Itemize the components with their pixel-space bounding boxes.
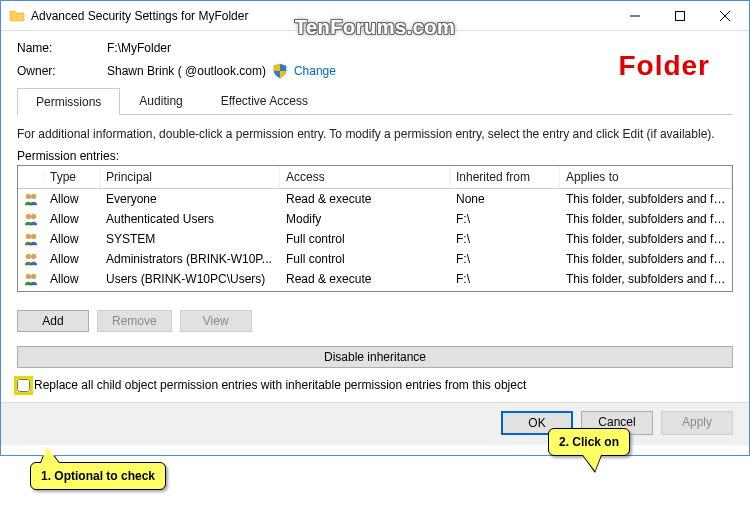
cell-type: Allow [44, 269, 100, 289]
group-icon [18, 189, 44, 209]
svg-point-11 [31, 254, 36, 259]
cell-access: Full control [280, 229, 450, 249]
remove-button: Remove [97, 310, 172, 332]
window: Advanced Security Settings for MyFolder … [0, 0, 750, 456]
cell-access: Full control [280, 249, 450, 269]
col-principal[interactable]: Principal [100, 166, 280, 188]
cell-inherited: F:\ [450, 229, 560, 249]
cell-inherited: None [450, 189, 560, 209]
cell-access: Read & execute [280, 189, 450, 209]
titlebar: Advanced Security Settings for MyFolder [1, 1, 749, 31]
table-row[interactable]: AllowUsers (BRINK-W10PC\Users)Read & exe… [18, 269, 732, 289]
maximize-button[interactable] [657, 1, 702, 30]
name-label: Name: [17, 41, 107, 55]
group-icon [18, 229, 44, 249]
cell-applies: This folder, subfolders and files [560, 249, 732, 269]
cell-inherited: F:\ [450, 269, 560, 289]
cell-applies: This folder, subfolders and files [560, 269, 732, 289]
group-icon [18, 249, 44, 269]
name-value: F:\MyFolder [107, 41, 171, 55]
cell-type: Allow [44, 209, 100, 229]
cell-applies: This folder, subfolders and files [560, 229, 732, 249]
col-access[interactable]: Access [280, 166, 450, 188]
cell-access: Modify [280, 209, 450, 229]
add-button[interactable]: Add [17, 310, 89, 332]
cell-type: Allow [44, 229, 100, 249]
window-title: Advanced Security Settings for MyFolder [31, 9, 612, 23]
tabstrip: Permissions Auditing Effective Access [17, 87, 733, 115]
close-button[interactable] [702, 1, 747, 30]
permission-entries-label: Permission entries: [17, 149, 733, 163]
group-icon [18, 269, 44, 289]
table-row[interactable]: AllowSYSTEMFull controlF:\This folder, s… [18, 229, 732, 249]
svg-rect-1 [675, 11, 684, 20]
minimize-button[interactable] [612, 1, 657, 30]
permission-grid: Type Principal Access Inherited from App… [17, 165, 733, 292]
cell-type: Allow [44, 189, 100, 209]
info-text: For additional information, double-click… [17, 127, 733, 141]
col-inherited[interactable]: Inherited from [450, 166, 560, 188]
table-row[interactable]: AllowAuthenticated UsersModifyF:\This fo… [18, 209, 732, 229]
change-owner-link[interactable]: Change [294, 64, 336, 78]
apply-button: Apply [661, 411, 733, 435]
group-icon [18, 209, 44, 229]
cell-principal: Authenticated Users [100, 209, 280, 229]
svg-point-13 [31, 274, 36, 279]
svg-point-12 [26, 274, 31, 279]
cell-inherited: F:\ [450, 249, 560, 269]
svg-point-5 [31, 194, 36, 199]
disable-inheritance-button[interactable]: Disable inheritance [17, 346, 733, 368]
svg-point-4 [26, 194, 31, 199]
folder-icon [9, 8, 25, 24]
svg-point-10 [26, 254, 31, 259]
table-row[interactable]: AllowAdministrators (BRINK-W10P...Full c… [18, 249, 732, 269]
replace-children-label: Replace all child object permission entr… [34, 378, 526, 392]
cell-applies: This folder, subfolders and files [560, 209, 732, 229]
cell-principal: Users (BRINK-W10PC\Users) [100, 269, 280, 289]
cell-type: Allow [44, 249, 100, 269]
tab-auditing[interactable]: Auditing [120, 87, 201, 114]
owner-label: Owner: [17, 64, 107, 78]
cell-principal: Everyone [100, 189, 280, 209]
shield-icon [272, 63, 288, 79]
tab-permissions[interactable]: Permissions [17, 88, 120, 115]
cell-principal: SYSTEM [100, 229, 280, 249]
cell-principal: Administrators (BRINK-W10P... [100, 249, 280, 269]
svg-point-7 [31, 214, 36, 219]
col-applies[interactable]: Applies to [560, 166, 732, 188]
callout-1: 1. Optional to check [30, 462, 166, 490]
owner-value: Shawn Brink ( @outlook.com) [107, 64, 266, 78]
cell-inherited: F:\ [450, 209, 560, 229]
svg-point-6 [26, 214, 31, 219]
col-type[interactable]: Type [44, 166, 100, 188]
table-row[interactable]: AllowEveryoneRead & executeNoneThis fold… [18, 189, 732, 209]
svg-point-9 [31, 234, 36, 239]
cell-applies: This folder, subfolders and files [560, 189, 732, 209]
replace-children-checkbox[interactable] [17, 379, 30, 392]
view-button: View [180, 310, 252, 332]
tab-effective-access[interactable]: Effective Access [202, 87, 327, 114]
svg-point-8 [26, 234, 31, 239]
callout-2: 2. Click on [548, 428, 630, 456]
cell-access: Read & execute [280, 269, 450, 289]
